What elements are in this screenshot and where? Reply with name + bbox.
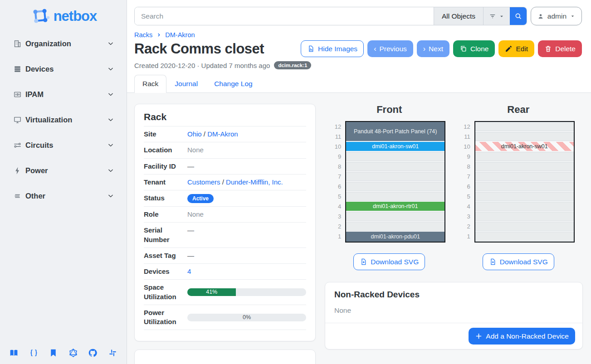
bookmark-icon[interactable] [49, 348, 58, 358]
search-submit-button[interactable] [510, 7, 527, 25]
power-utilization-bar: 0% [187, 314, 306, 321]
person-icon [537, 13, 544, 20]
book-docs-icon[interactable] [9, 348, 19, 358]
rack-device-front[interactable]: dmi01-akron-sw01 [346, 142, 444, 152]
sidebar-item-virtualization[interactable]: Virtualization [0, 112, 127, 127]
tenant-link[interactable]: Dunder-Mifflin, Inc. [226, 178, 283, 186]
unit-number: 8 [462, 162, 470, 172]
sidebar-item-organization[interactable]: Organization [0, 36, 127, 51]
rear-download-svg-button[interactable]: Download SVG [483, 253, 554, 270]
rack-slot-empty[interactable] [346, 212, 444, 222]
rack-slot-empty[interactable] [475, 132, 574, 142]
chevron-right-icon: › [423, 45, 425, 53]
rack-slot-empty[interactable] [475, 202, 574, 212]
copy-icon [459, 45, 467, 53]
search-filter-button[interactable] [483, 7, 510, 25]
breadcrumb: RacksDM-Akron [134, 31, 591, 39]
page-header: Rack Comms closet Hide Images ‹ Previous… [127, 39, 591, 57]
sidebar-item-other[interactable]: Other [0, 188, 127, 204]
search-scope-button[interactable]: All Objects [434, 7, 483, 25]
unit-number: 1 [462, 232, 470, 242]
rack-slot-empty[interactable] [475, 152, 574, 162]
add-non-racked-device-button[interactable]: Add a Non-Racked Device [469, 328, 575, 345]
monitor-icon [13, 116, 22, 124]
graphql-icon[interactable] [68, 348, 78, 358]
delete-button[interactable]: Delete [538, 40, 582, 57]
elevation-rear-title: Rear [507, 104, 529, 116]
netbox-logo[interactable]: netbox [0, 5, 127, 27]
sidebar-item-label: Virtualization [25, 116, 107, 124]
rack-slot-empty[interactable] [475, 212, 574, 222]
sidebar-item-devices[interactable]: Devices [0, 61, 127, 77]
elevation-front: Front 121110987654321 Panduit 48-Port Pa… [325, 104, 454, 270]
rack-device-front[interactable]: Panduit 48-Port Patch Panel (74) [346, 122, 444, 142]
unit-number: 12 [462, 122, 470, 132]
download-file-icon [489, 258, 497, 266]
rear-unit-numbers: 121110987654321 [462, 121, 470, 243]
edit-button[interactable]: Edit [498, 40, 534, 57]
tabs: RackJournalChange Log [127, 75, 591, 93]
sidebar-item-circuits[interactable]: Circuits [0, 137, 127, 153]
building-icon [13, 39, 22, 48]
slack-icon[interactable] [108, 348, 117, 358]
site-link[interactable]: DM-Akron [207, 130, 238, 138]
sidebar-item-power[interactable]: Power [0, 163, 127, 178]
tenant-group-link[interactable]: Customers [187, 178, 220, 186]
rack-slot-empty[interactable] [475, 182, 574, 192]
front-download-svg-button[interactable]: Download SVG [353, 253, 425, 270]
rack-device-front[interactable]: dmi01-akron-pdu01 [346, 232, 444, 242]
rack-slot-empty[interactable] [346, 192, 444, 202]
rack-slot-empty[interactable] [475, 172, 574, 182]
tab-journal[interactable]: Journal [166, 75, 206, 93]
rack-slot-empty[interactable] [475, 192, 574, 202]
breadcrumb-link[interactable]: DM-Akron [165, 31, 195, 39]
unit-number: 6 [462, 182, 470, 192]
tab-change-log[interactable]: Change Log [206, 75, 260, 93]
rack-slot-empty[interactable] [346, 162, 444, 172]
next-button[interactable]: › Next [417, 40, 449, 57]
rack-device-front[interactable]: dmi01-akron-rtr01 [346, 202, 444, 212]
circuit-nodes-icon [13, 141, 22, 150]
image-file-icon [307, 45, 315, 53]
rack-slot-empty[interactable] [346, 172, 444, 182]
lightning-icon [13, 166, 22, 175]
github-icon[interactable] [88, 348, 98, 358]
rack-slot-empty[interactable] [475, 232, 574, 242]
plus-icon [475, 332, 483, 340]
right-column: Front 121110987654321 Panduit 48-Port Pa… [325, 104, 583, 364]
rack-slot-empty[interactable] [346, 152, 444, 162]
non-racked-devices-empty: None [334, 306, 573, 315]
unit-number: 2 [462, 222, 470, 232]
rear-rack-frame: dmi01-akron-sw01 [474, 121, 575, 243]
unit-number: 6 [333, 182, 341, 192]
unit-number: 1 [333, 232, 341, 242]
rack-slot-empty[interactable] [475, 122, 574, 132]
created-updated-text: Created 2020-12-20 · Updated 7 months ag… [134, 62, 270, 69]
rack-slot-empty[interactable] [346, 222, 444, 232]
breadcrumb-link[interactable]: Racks [134, 31, 152, 39]
netbox-logo-text: netbox [54, 8, 97, 24]
code-braces-icon[interactable] [29, 348, 39, 358]
unit-number: 10 [333, 142, 341, 152]
hide-images-button[interactable]: Hide Images [301, 40, 364, 57]
search-input[interactable] [135, 7, 434, 25]
sidebar-item-ipam[interactable]: IPAM [0, 87, 127, 102]
rack-slot-empty[interactable] [346, 182, 444, 192]
attr-row-status: Status Active [144, 190, 306, 206]
content: Rack Site Ohio / DM-Akron Location [127, 93, 591, 364]
server-icon [13, 65, 22, 73]
sidebar-nav: OrganizationDevicesIPAMVirtualizationCir… [0, 36, 127, 204]
devices-count-link[interactable]: 4 [187, 267, 191, 275]
chevron-down-icon [107, 166, 115, 175]
tab-rack[interactable]: Rack [134, 75, 166, 93]
rack-slot-empty[interactable] [475, 222, 574, 232]
user-menu-button[interactable]: admin [531, 7, 582, 25]
status-badge[interactable]: Active [187, 194, 214, 203]
netbox-logo-icon [30, 7, 50, 25]
rack-slot-empty[interactable] [475, 162, 574, 172]
site-group-link[interactable]: Ohio [187, 130, 202, 138]
lines-icon [13, 192, 22, 200]
previous-button[interactable]: ‹ Previous [367, 40, 413, 57]
clone-button[interactable]: Clone [453, 40, 495, 57]
rack-device-rear[interactable]: dmi01-akron-sw01 [475, 142, 574, 152]
